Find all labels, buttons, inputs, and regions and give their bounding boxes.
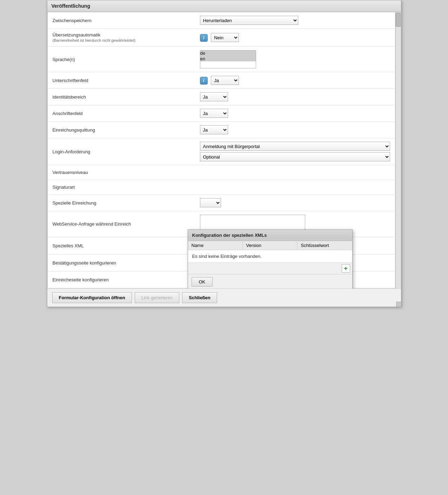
scrollbar-thumb[interactable] <box>396 13 401 27</box>
popup-add-row: + <box>188 263 352 274</box>
label-bestaetigungsseite: Bestätigungsseite konfigurieren <box>48 255 195 272</box>
label-einreicheseite: Einreicheseite konfigurieren <box>48 272 195 288</box>
select-anschriftenfeld[interactable]: Ja Nein <box>200 109 228 118</box>
select-login-optional[interactable]: Optional <box>200 152 390 161</box>
row-einreichungsquittung: Einreichungsquittung Ja Nein <box>48 122 395 138</box>
popup-xml-config: Konfiguration der speziellen XMLs Name V… <box>188 229 353 288</box>
footer-link-btn: Link generieren <box>135 292 180 303</box>
select-uebersetzungsautomatik[interactable]: Nein Ja <box>211 33 239 42</box>
label-webservice-anfrage: WebService-Anfrage während Einreich <box>48 211 195 237</box>
select-identitaetsbereich[interactable]: Ja Nein <box>200 92 228 101</box>
control-sprachen: de en <box>195 47 395 72</box>
label-anschriftenfeld: Anschriftenfeld <box>48 105 195 122</box>
control-vertrauensniveau <box>195 165 395 180</box>
select-zwischenspeichern[interactable]: Herunterladen <box>200 16 298 25</box>
info-icon-unterschriftenfeld[interactable]: i <box>200 77 208 85</box>
row-vertrauensniveau: Vertrauensniveau <box>48 165 395 180</box>
scrollbar[interactable] <box>395 12 401 288</box>
control-unterschriftenfeld: i Ja Nein <box>195 72 395 89</box>
control-signaturart <box>195 180 395 195</box>
label-login-anforderung: Login-Anforderung <box>48 138 195 165</box>
label-signaturart: Signaturart <box>48 180 195 195</box>
popup-ok-button[interactable]: OK <box>192 277 213 287</box>
label-vertrauensniveau: Vertrauensniveau <box>48 165 195 180</box>
control-zwischenspeichern: Herunterladen <box>195 12 395 29</box>
label-unterschriftenfeld: Unterschriftenfeld <box>48 72 195 89</box>
popup-add-button[interactable]: + <box>342 264 350 273</box>
label-einreichungsquittung: Einreichungsquittung <box>48 122 195 138</box>
row-spezielle-einreichung: Spezielle Einreichung <box>48 195 395 211</box>
control-identitaetsbereich: Ja Nein <box>195 89 395 105</box>
select-sprachen[interactable]: de en <box>200 50 256 68</box>
control-einreichungsquittung: Ja Nein <box>195 122 395 138</box>
row-sprachen: Sprache(n) de en <box>48 47 395 72</box>
sublabel-uebersetzungsautomatik: (Barrierefreiheit ist hierdurch nicht ge… <box>53 38 136 42</box>
control-uebersetzungsautomatik: i Nein Ja <box>195 29 395 47</box>
select-unterschriftenfeld[interactable]: Ja Nein <box>211 76 239 85</box>
row-anschriftenfeld: Anschriftenfeld Ja Nein <box>48 105 395 122</box>
control-spezielle-einreichung <box>195 195 395 211</box>
row-zwischenspeichern: Zwischenspeichern Herunterladen <box>48 12 395 29</box>
popup-col-schlusselwort: Schlüsselwort <box>297 241 352 250</box>
main-window: Veröffentlichung Zwischenspeichern Herun… <box>47 0 401 307</box>
control-anschriftenfeld: Ja Nein <box>195 105 395 122</box>
popup-col-version: Version <box>243 241 297 250</box>
resize-indicator <box>396 302 401 307</box>
popup-empty-message: Es sind keine Einträge vorhanden. <box>188 250 352 263</box>
select-einreichungsquittung[interactable]: Ja Nein <box>200 125 228 134</box>
row-unterschriftenfeld: Unterschriftenfeld i Ja Nein <box>48 72 395 89</box>
footer-formular-btn[interactable]: Formular-Konfiguration öffnen <box>52 292 132 303</box>
footer-schliessen-btn[interactable]: Schließen <box>182 292 217 303</box>
label-spezielles-xml: Spezielles XML <box>48 237 195 255</box>
label-spezielle-einreichung: Spezielle Einreichung <box>48 195 195 211</box>
select-login-type[interactable]: Anmeldung mit Bürgerportal <box>200 142 390 151</box>
footer: Formular-Konfiguration öffnen Link gener… <box>47 288 401 307</box>
row-uebersetzungsautomatik: Übersetzungsautomatik (Barrierefreiheit … <box>48 29 395 47</box>
popup-footer: OK <box>188 274 352 288</box>
window-title: Veröffentlichung <box>47 0 401 12</box>
row-signaturart: Signaturart <box>48 180 395 195</box>
popup-table-header: Name Version Schlüsselwort <box>188 241 352 250</box>
login-group: Anmeldung mit Bürgerportal Optional <box>200 142 390 161</box>
control-login-anforderung: Anmeldung mit Bürgerportal Optional <box>195 138 395 165</box>
info-icon-uebersetzungsautomatik[interactable]: i <box>200 34 208 42</box>
label-uebersetzungsautomatik: Übersetzungsautomatik (Barrierefreiheit … <box>48 29 195 47</box>
select-spezielle-einreichung[interactable] <box>200 198 221 207</box>
popup-col-name: Name <box>188 241 243 250</box>
row-identitaetsbereich: Identitätsbereich Ja Nein <box>48 89 395 105</box>
popup-title: Konfiguration der speziellen XMLs <box>188 230 352 241</box>
label-sprachen: Sprache(n) <box>48 47 195 72</box>
label-identitaetsbereich: Identitätsbereich <box>48 89 195 105</box>
label-zwischenspeichern: Zwischenspeichern <box>48 12 195 29</box>
row-login-anforderung: Login-Anforderung Anmeldung mit Bürgerpo… <box>48 138 395 165</box>
